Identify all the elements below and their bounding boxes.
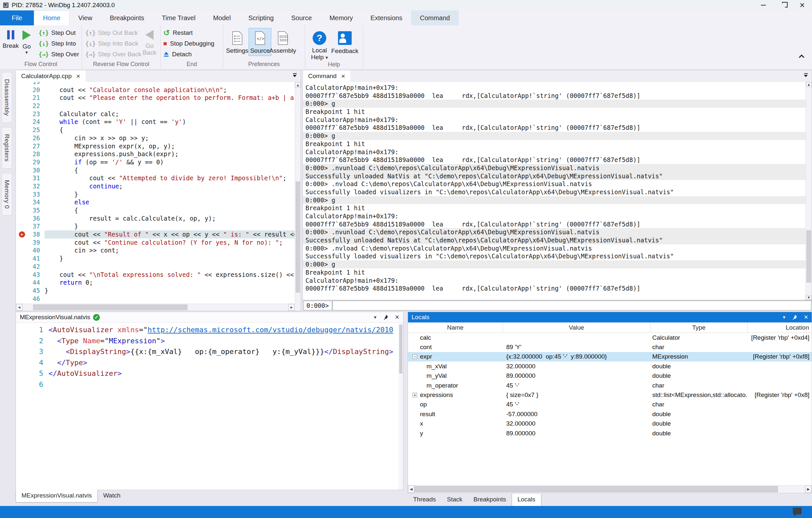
locals-horizontal-scrollbar[interactable]: ◀ ▶ bbox=[408, 485, 812, 493]
scroll-left-icon[interactable]: ◀ bbox=[408, 486, 414, 493]
step-into-button[interactable]: {↓}Step Into bbox=[38, 38, 79, 49]
source-mode-button[interactable]: </> Source bbox=[249, 28, 271, 56]
stop-debugging-button[interactable]: ■Stop Debugging bbox=[163, 38, 214, 49]
code-line[interactable]: 39 cout << "Continue calculation? (Y for… bbox=[16, 238, 295, 247]
code-line[interactable]: 41 } bbox=[16, 254, 295, 263]
locals-row[interactable]: m_xVal32.000000double bbox=[408, 362, 812, 371]
pane-menu-icon[interactable] bbox=[803, 73, 808, 77]
code-line[interactable]: 31 cout << "Attempted to divide by zero!… bbox=[16, 174, 295, 182]
code-line[interactable]: 40 cin >> cont; bbox=[16, 246, 295, 254]
scroll-thumb[interactable] bbox=[807, 230, 811, 283]
step-out-button[interactable]: {↑}Step Out bbox=[38, 27, 79, 38]
code-line[interactable]: 21 cout << "Please enter the operation t… bbox=[16, 94, 295, 102]
natvis-line[interactable]: 4 </Type> bbox=[16, 357, 399, 368]
menu-tab-extensions[interactable]: Extensions bbox=[362, 10, 411, 25]
pin-icon[interactable] bbox=[792, 315, 798, 320]
code-line[interactable]: 30 { bbox=[16, 166, 295, 174]
natvis-line[interactable]: 6 bbox=[16, 379, 399, 390]
code-line[interactable]: 28 expressions.push_back(expr); bbox=[16, 150, 295, 158]
chevron-down-icon[interactable]: ▾ bbox=[783, 315, 786, 319]
code-line[interactable]: 19 bbox=[16, 82, 295, 86]
step-into-back-button[interactable]: {↓}Step Into Back bbox=[85, 38, 141, 49]
chevron-down-icon[interactable]: ▾ bbox=[374, 315, 377, 319]
bottom-tab-watch[interactable]: Watch bbox=[97, 490, 126, 502]
scroll-thumb[interactable] bbox=[399, 325, 402, 374]
locals-row[interactable]: cont89 'Y'char bbox=[408, 342, 812, 352]
code-line[interactable]: 45} bbox=[16, 287, 295, 295]
code-line[interactable]: 22 bbox=[16, 102, 295, 110]
locals-row[interactable]: y89.000000double bbox=[408, 429, 812, 438]
menu-tab-home[interactable]: Home bbox=[34, 10, 69, 25]
menu-tab-file[interactable]: File bbox=[0, 10, 34, 25]
code-line[interactable]: 34 else bbox=[16, 198, 295, 206]
natvis-line[interactable]: 1<AutoVisualizer xmlns="http://schemas.m… bbox=[16, 324, 399, 336]
close-icon[interactable]: × bbox=[804, 313, 808, 321]
column-header-location[interactable]: Location bbox=[748, 322, 812, 333]
step-over-button[interactable]: {→}Step Over bbox=[38, 49, 79, 60]
scroll-right-icon[interactable]: ▶ bbox=[805, 486, 812, 493]
side-tab-memory-0[interactable]: Memory 0 bbox=[2, 173, 12, 215]
bottom-tab-breakpoints[interactable]: Breakpoints bbox=[468, 494, 512, 506]
column-header-value[interactable]: Value bbox=[503, 322, 650, 333]
code-line[interactable]: 25 { bbox=[16, 126, 295, 134]
menu-tab-time-travel[interactable]: Time Travel bbox=[153, 10, 204, 25]
menu-tab-scripting[interactable]: Scripting bbox=[239, 10, 282, 25]
minimize-button[interactable] bbox=[753, 0, 773, 10]
code-line[interactable]: 33 } bbox=[16, 190, 295, 199]
code-line[interactable]: 46 bbox=[16, 295, 295, 303]
feedback-button[interactable]: Feedback bbox=[331, 29, 358, 55]
menu-tab-command[interactable]: Command bbox=[411, 10, 459, 25]
expand-expander-icon[interactable]: + bbox=[412, 393, 417, 397]
locals-row[interactable]: −expr{x:32.000000 op:45 '-' y:89.000000}… bbox=[408, 352, 812, 362]
step-out-back-button[interactable]: {↑}Step Out Back bbox=[85, 27, 141, 38]
menu-tab-breakpoints[interactable]: Breakpoints bbox=[101, 10, 153, 25]
code-line[interactable]: 44 return 0; bbox=[16, 279, 295, 287]
scroll-left-icon[interactable]: ◀ bbox=[16, 304, 23, 311]
tab-close-icon[interactable]: × bbox=[341, 72, 345, 80]
feedback-bubble-icon[interactable] bbox=[793, 508, 802, 514]
column-header-type[interactable]: Type bbox=[650, 322, 748, 333]
locals-row[interactable]: m_yVal89.000000double bbox=[408, 371, 812, 381]
natvis-line[interactable]: 2 <Type Name="MExpression"> bbox=[16, 336, 399, 347]
bottom-tab-stack[interactable]: Stack bbox=[441, 494, 468, 506]
scroll-up-icon[interactable]: ▲ bbox=[806, 82, 812, 87]
code-line[interactable]: 23 Calculator calc; bbox=[16, 110, 295, 118]
close-icon[interactable]: × bbox=[395, 313, 399, 321]
code-line[interactable]: 32 continue; bbox=[16, 182, 295, 190]
locals-row[interactable]: x32.000000double bbox=[408, 419, 812, 429]
menu-tab-model[interactable]: Model bbox=[204, 10, 239, 25]
code-line[interactable]: 26 cin >> x >> op >> y; bbox=[16, 134, 295, 142]
code-line[interactable]: 42 bbox=[16, 263, 295, 271]
code-line[interactable]: 38 cout << "Result of " << x << op << y … bbox=[16, 230, 295, 238]
locals-row[interactable]: +expressions{ size=0x7 }std::list<MExpre… bbox=[408, 390, 812, 400]
column-header-name[interactable]: Name bbox=[408, 322, 503, 333]
side-tab-disassembly[interactable]: Disassembly bbox=[2, 72, 12, 123]
code-line[interactable]: 27 MExpression expr(x, op, y); bbox=[16, 142, 295, 150]
menu-tab-view[interactable]: View bbox=[69, 10, 101, 25]
restore-button[interactable] bbox=[773, 0, 792, 10]
pin-icon[interactable] bbox=[383, 315, 388, 320]
code-line[interactable]: 24 while (cont == 'Y' || cont == 'y') bbox=[16, 118, 295, 126]
code-line[interactable]: 43 cout << "\nTotal expressions solved: … bbox=[16, 271, 295, 279]
settings-button[interactable]: Settings bbox=[226, 28, 249, 56]
scroll-thumb[interactable] bbox=[414, 486, 778, 492]
scroll-down-icon[interactable]: ▼ bbox=[806, 295, 812, 300]
tab-command[interactable]: Command × bbox=[303, 70, 350, 82]
menu-tab-source[interactable]: Source bbox=[282, 10, 320, 25]
command-input[interactable] bbox=[332, 300, 811, 310]
detach-button[interactable]: Detach bbox=[163, 49, 214, 60]
source-horizontal-scrollbar[interactable]: ◀ ▶ bbox=[16, 304, 295, 311]
collapse-expander-icon[interactable]: − bbox=[412, 354, 417, 359]
go-back-button[interactable]: Go Back bbox=[141, 27, 158, 56]
code-line[interactable]: 20 cout << "Calculator console applicati… bbox=[16, 86, 295, 94]
scroll-thumb[interactable] bbox=[33, 305, 187, 310]
go-button[interactable]: Go ▾ bbox=[19, 27, 34, 55]
collapse-ribbon-button[interactable] bbox=[798, 53, 806, 60]
menu-tab-memory[interactable]: Memory bbox=[321, 10, 362, 25]
breakpoint-icon[interactable] bbox=[19, 231, 25, 237]
step-over-back-button[interactable]: {→}Step Over Back bbox=[85, 49, 141, 60]
scroll-right-icon[interactable]: ▶ bbox=[288, 304, 295, 311]
bottom-tab-locals[interactable]: Locals bbox=[512, 494, 541, 506]
scroll-thumb[interactable] bbox=[296, 181, 300, 292]
bottom-tab-mexpressionvisual-natvis[interactable]: MExpressionVisual.natvis bbox=[16, 490, 97, 502]
